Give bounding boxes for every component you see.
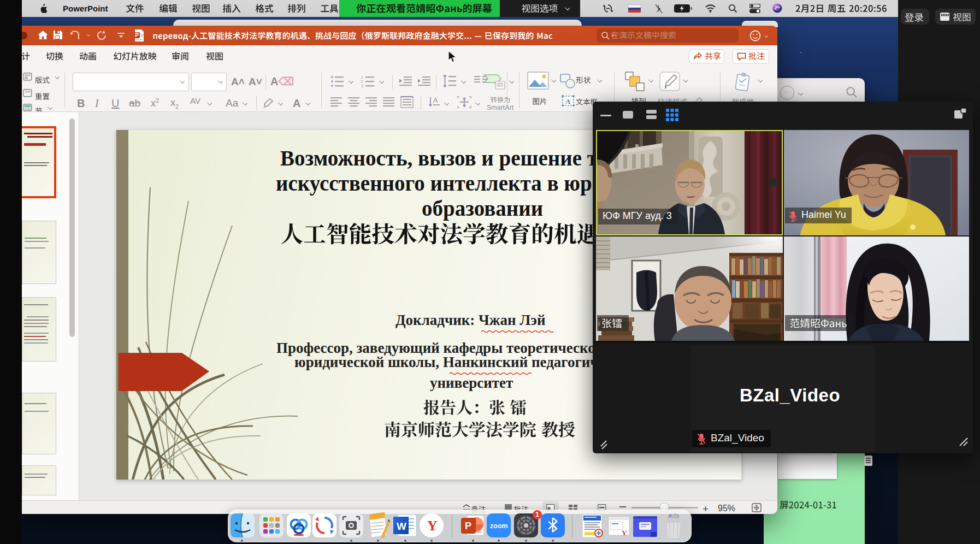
svg-text:Y: Y	[427, 518, 438, 534]
svg-text:Y: Y	[622, 529, 627, 537]
svg-text:3: 3	[361, 84, 363, 88]
svg-text:A: A	[433, 96, 438, 104]
svg-text:1: 1	[361, 75, 363, 79]
svg-text:P: P	[135, 32, 139, 38]
svg-text:A: A	[565, 97, 571, 105]
svg-text:2: 2	[361, 80, 363, 84]
svg-text:W: W	[397, 521, 406, 532]
svg-text:P: P	[465, 521, 471, 531]
svg-text:zoom: zoom	[490, 522, 508, 530]
